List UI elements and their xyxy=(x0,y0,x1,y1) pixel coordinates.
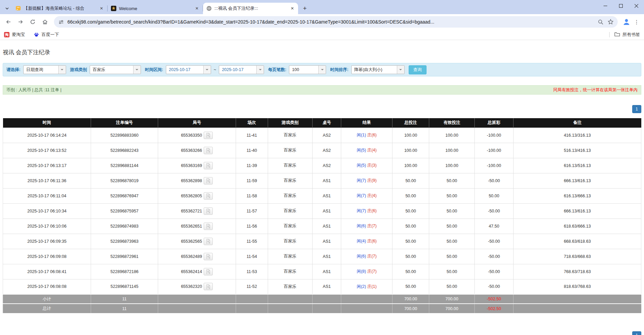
maximize-button[interactable] xyxy=(613,0,628,11)
close-window-button[interactable] xyxy=(628,0,644,11)
round-cell-inner: 655362721 xyxy=(181,207,213,215)
valid-bet-cell: 100.00 xyxy=(429,158,474,173)
total-bet-link[interactable]: 50.00 xyxy=(392,188,429,203)
all-bookmarks-button[interactable]: 所有书签 xyxy=(614,32,640,38)
round-replay-button[interactable] xyxy=(204,223,213,230)
table-row: 2025-10-17 06:10:06522896874983655362651… xyxy=(3,219,641,234)
new-tab-button[interactable]: + xyxy=(300,4,310,13)
time-cell: 2025-10-17 06:11:04 xyxy=(3,188,91,203)
sort-select[interactable]: 降幂(由大到小) xyxy=(351,65,405,74)
game-type-select[interactable]: 百家乐 xyxy=(90,65,141,74)
result-cell: 闲(6) 庄(7) xyxy=(341,249,392,264)
zoom-magnifier-icon[interactable] xyxy=(597,18,604,26)
round-replay-button[interactable] xyxy=(204,192,213,200)
round-number: 655362721 xyxy=(181,209,202,213)
page-number-button[interactable]: 1 xyxy=(632,105,641,113)
result-cell: 闲(7) 庄(6) xyxy=(341,203,392,219)
minimize-button[interactable] xyxy=(597,0,613,11)
column-header: 游戏类别 xyxy=(268,118,313,128)
round-number-cell: 655362565 xyxy=(158,234,236,249)
chevron-down-icon[interactable] xyxy=(58,66,66,74)
table-number-cell: AS1 xyxy=(313,188,341,203)
chevron-down-icon[interactable] xyxy=(133,66,141,74)
site-info-tune-icon[interactable] xyxy=(57,18,65,26)
taobao-icon: 淘 xyxy=(4,32,9,37)
total-bet-link[interactable]: 50.00 xyxy=(392,249,429,264)
profile-avatar[interactable] xyxy=(621,16,632,27)
mode-label: 请选择: xyxy=(6,67,21,73)
result-player: 闲(6) xyxy=(357,224,366,228)
round-replay-button[interactable] xyxy=(204,177,213,185)
result-cell: 闲(1) 庄(6) xyxy=(341,128,392,143)
time-cell: 2025-10-17 06:11:36 xyxy=(3,173,91,188)
browser-tab[interactable]: 【新提醒】海燕策略论坛 - 综合✕ xyxy=(12,3,107,14)
total-bet-link[interactable]: 50.00 xyxy=(392,203,429,219)
round-replay-button[interactable] xyxy=(204,238,213,245)
close-icon[interactable]: ✕ xyxy=(98,5,105,11)
total-bet-link[interactable]: 100.00 xyxy=(392,128,429,143)
page-number-button[interactable]: 1 xyxy=(632,331,641,335)
date-start-select[interactable]: 2025-10-17 xyxy=(166,65,211,74)
page-content: 视讯 会员下注纪录 请选择: 日期查询 游戏类别 百家乐 时间区间: 2025-… xyxy=(0,40,644,313)
round-number: 655362898 xyxy=(181,178,202,183)
result-cell: 闲(5) 庄(4) xyxy=(341,143,392,158)
browser-tab[interactable]: :::视讯 会员下注纪录:::✕ xyxy=(203,3,298,14)
round-replay-button[interactable] xyxy=(204,268,213,275)
result-player: 闲(2) xyxy=(357,284,366,289)
chevron-down-icon[interactable] xyxy=(397,66,404,74)
close-icon[interactable]: ✕ xyxy=(194,5,200,11)
url-bar[interactable]: 66cxkj98.com/game/betrecord_search/kind3… xyxy=(54,16,618,28)
game-type-cell: 百家乐 xyxy=(268,203,313,219)
home-icon[interactable] xyxy=(39,16,51,28)
result-banker: 庄(7) xyxy=(367,269,377,274)
chevron-down-icon[interactable] xyxy=(318,66,326,74)
result-player: 闲(7) xyxy=(357,193,366,198)
browser-tab[interactable]: Welcome✕ xyxy=(108,3,203,14)
remark-cell: 416.13/316.13 xyxy=(514,128,641,143)
search-button[interactable]: 查询 xyxy=(409,65,427,74)
bookmark-item[interactable]: 百度一下 xyxy=(34,32,59,38)
result-player: 闲(4) xyxy=(357,239,366,243)
total-bet-link[interactable]: 50.00 xyxy=(392,234,429,249)
total-bet-link[interactable]: 50.00 xyxy=(392,219,429,234)
time-cell: 2025-10-17 06:08:41 xyxy=(3,264,91,279)
result-banker: 庄(9) xyxy=(367,178,377,183)
chevron-down-icon[interactable] xyxy=(203,66,211,74)
browser-menu-icon[interactable]: ⋮ xyxy=(633,16,641,27)
url-text[interactable]: 66cxkj98.com/game/betrecord_search/kind3… xyxy=(67,19,594,25)
valid-bet-cell: 100.00 xyxy=(429,143,474,158)
round-number: 655362805 xyxy=(181,194,202,198)
column-header: 总投注 xyxy=(392,118,429,128)
empty-cell xyxy=(236,294,268,304)
round-replay-button[interactable] xyxy=(204,207,213,215)
round-replay-button[interactable] xyxy=(204,132,213,139)
bookmark-star-icon[interactable] xyxy=(607,18,614,26)
round-replay-button[interactable] xyxy=(204,147,213,154)
round-replay-button[interactable] xyxy=(204,162,213,169)
empty-cell xyxy=(268,304,313,313)
round-replay-button[interactable] xyxy=(204,283,213,290)
empty-cell xyxy=(313,304,341,313)
back-icon[interactable] xyxy=(3,16,14,28)
total-bet-link[interactable]: 100.00 xyxy=(392,143,429,158)
date-end-select[interactable]: 2025-10-17 xyxy=(219,65,264,74)
mode-select[interactable]: 日期查询 xyxy=(23,65,66,74)
date-range-label: 时间区间: xyxy=(145,67,163,73)
total-bet-link[interactable]: 50.00 xyxy=(392,264,429,279)
total-bet-link[interactable]: 50.00 xyxy=(392,173,429,188)
session-cell: 11-55 xyxy=(236,234,268,249)
browser-tab-strip: 【新提醒】海燕策略论坛 - 综合✕Welcome✕:::视讯 会员下注纪录:::… xyxy=(0,0,644,14)
chevron-down-icon[interactable] xyxy=(256,66,264,74)
bookmark-item[interactable]: 淘爱淘宝 xyxy=(4,32,25,38)
close-icon[interactable]: ✕ xyxy=(289,5,295,11)
forward-icon[interactable] xyxy=(15,16,26,28)
bookmark-label: 爱淘宝 xyxy=(12,32,25,38)
round-replay-button[interactable] xyxy=(204,253,213,260)
total-bet-link[interactable]: 50.00 xyxy=(392,279,429,294)
total-bet-link[interactable]: 100.00 xyxy=(392,158,429,173)
round-number: 655363169 xyxy=(181,163,202,168)
reload-icon[interactable] xyxy=(27,16,38,28)
round-number-cell: 655363266 xyxy=(158,143,236,158)
per-page-select[interactable]: 100 xyxy=(289,65,326,74)
tab-search-chevron-icon[interactable] xyxy=(2,3,12,14)
